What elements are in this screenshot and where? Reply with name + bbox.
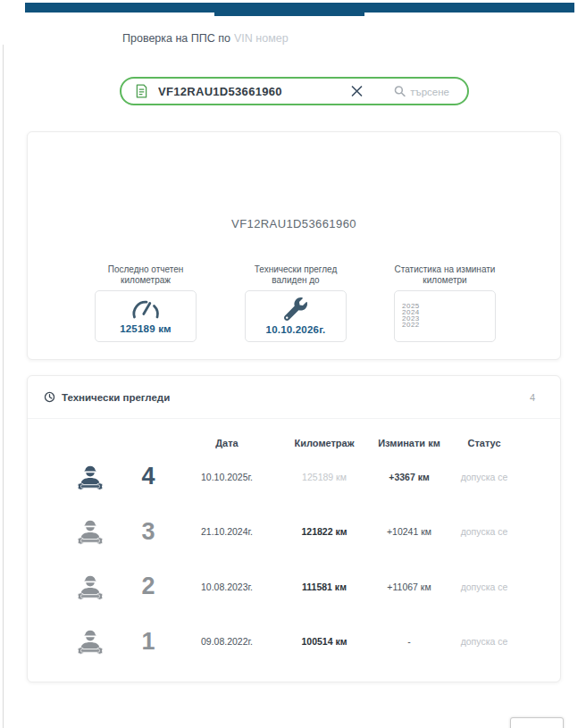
inspection-date: 09.08.2022г. — [178, 636, 276, 647]
inspection-status: допуска се — [446, 636, 523, 647]
document-icon — [136, 84, 147, 98]
inspection-number: 3 — [119, 518, 178, 546]
page-title-faded: VIN номер — [234, 32, 289, 45]
top-navigation-active-segment — [214, 3, 364, 16]
inspection-row: 4 10.10.2025г. 125189 км +3367 км допуск… — [62, 449, 560, 505]
inspection-valid-value: 10.10.2026г. — [266, 324, 326, 335]
stat-inspection-valid-label: Технически преглед валиден до — [224, 264, 367, 285]
column-header-km: Километраж — [276, 438, 373, 448]
inspection-row: 1 09.08.2022г. 100514 км - допуска се — [62, 615, 560, 670]
year-item: 2022 — [402, 322, 420, 328]
inspection-number: 4 — [119, 463, 178, 490]
mechanic-icon — [62, 573, 119, 601]
inspection-km: 111581 км — [276, 582, 373, 592]
page-title: Проверка на ППС поVIN номер — [122, 32, 289, 45]
inspection-status: допуска се — [446, 582, 523, 592]
clear-icon[interactable] — [350, 85, 364, 98]
inspections-card-header: Технически прегледи 4 — [28, 376, 560, 419]
inspections-card: Технически прегледи 4 Дата Километраж Из… — [27, 375, 561, 682]
gauge-icon — [130, 299, 161, 320]
column-header-diff: Изминати км — [373, 438, 446, 448]
page: Проверка на ППС поVIN номер търсене — [0, 0, 586, 728]
inspections-table-rows: 4 10.10.2025г. 125189 км +3367 км допуск… — [28, 449, 560, 669]
inspection-status: допуска се — [446, 472, 523, 482]
column-header-date: Дата — [178, 438, 276, 448]
inspection-diff: - — [373, 636, 446, 647]
stat-km-statistics: Статистика на изминати километри 2025 20… — [373, 264, 516, 342]
stat-km-statistics-box: 2025 2024 2023 2022 — [394, 290, 496, 342]
inspection-diff: +3367 км — [373, 472, 446, 482]
inspection-date: 21.10.2024г. — [178, 526, 276, 537]
inspection-row: 3 21.10.2024г. 121822 км +10241 км допус… — [62, 505, 560, 560]
inspection-km: 100514 км — [276, 636, 373, 647]
vin-number: VF12RAU1D53661960 — [28, 217, 560, 230]
bottom-right-panel[interactable] — [510, 717, 564, 728]
inspection-date: 10.10.2025г. — [178, 472, 276, 482]
column-header-status: Статус — [446, 438, 523, 448]
page-title-main: Проверка на ППС по — [122, 32, 230, 45]
inspection-status: допуска се — [446, 526, 523, 537]
stat-odometer: Последно отчетен километраж 125189 км — [74, 264, 217, 342]
inspection-diff: +10241 км — [373, 526, 446, 537]
stat-km-statistics-label: Статистика на изминати километри — [373, 264, 516, 285]
inspection-diff: +11067 км — [373, 582, 446, 592]
stat-odometer-box: 125189 км — [95, 290, 197, 342]
inspections-title: Технически прегледи — [62, 392, 170, 403]
stat-inspection-valid-box: 10.10.2026г. — [245, 290, 347, 342]
search-button-label: търсене — [410, 86, 449, 96]
inspection-number: 1 — [119, 628, 178, 656]
left-border-line — [3, 45, 4, 728]
inspection-km: 125189 км — [276, 472, 373, 482]
search-button[interactable]: търсене — [394, 86, 449, 97]
stat-inspection-valid: Технически преглед валиден до 10.10.2026… — [224, 264, 367, 342]
inspection-date: 10.08.2023г. — [178, 582, 276, 592]
magnifier-icon — [394, 86, 406, 97]
odometer-value: 125189 км — [120, 323, 172, 334]
vin-search-input[interactable] — [156, 84, 294, 99]
mechanic-icon — [62, 627, 119, 656]
mechanic-icon — [62, 463, 119, 491]
inspection-km: 121822 км — [276, 526, 373, 537]
inspection-number: 2 — [119, 573, 178, 600]
inspection-row: 2 10.08.2023г. 111581 км +11067 км допус… — [62, 559, 560, 615]
history-clock-icon — [44, 391, 55, 403]
inspections-count-badge: 4 — [530, 392, 535, 403]
vehicle-summary-card: VF12RAU1D53661960 Последно отчетен килом… — [27, 131, 561, 360]
stat-odometer-label: Последно отчетен километраж — [74, 264, 217, 285]
vin-search-bar: търсене — [120, 77, 469, 105]
mechanic-icon — [62, 517, 119, 546]
wrench-icon — [284, 297, 307, 321]
